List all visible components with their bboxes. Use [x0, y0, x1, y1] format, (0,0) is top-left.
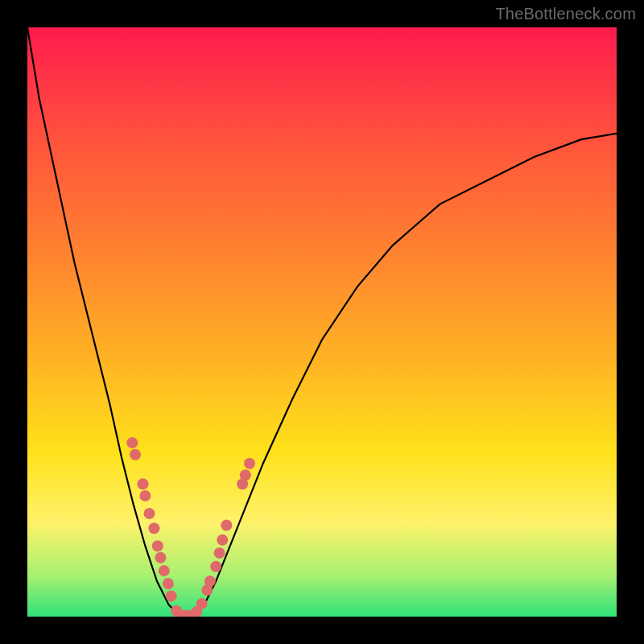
scatter-dot: [139, 490, 151, 502]
scatter-dot: [148, 522, 159, 534]
scatter-dot: [217, 535, 228, 546]
scatter-dot: [204, 576, 216, 587]
scatter-dot: [214, 547, 225, 559]
scatter-dot: [196, 598, 208, 609]
bottleneck-curve: [27, 27, 617, 617]
scatter-dot: [138, 478, 149, 489]
scatter-dot: [210, 561, 221, 572]
scatter-dot: [159, 565, 170, 576]
scatter-dot: [240, 469, 251, 481]
chart-frame: TheBottleneck.com: [0, 0, 644, 644]
scatter-dot: [144, 508, 155, 519]
chart-svg: [27, 27, 617, 617]
scatter-dot: [152, 540, 163, 551]
scatter-dot: [130, 449, 141, 460]
scatter-dot: [221, 520, 232, 531]
scatter-dot: [244, 458, 255, 469]
plot-area: [27, 27, 617, 617]
scatter-dot: [126, 437, 138, 448]
watermark-text: TheBottleneck.com: [495, 5, 636, 23]
scatter-markers: [126, 437, 255, 617]
scatter-dot: [166, 590, 177, 601]
scatter-dot: [155, 552, 166, 564]
scatter-dot: [163, 578, 174, 589]
